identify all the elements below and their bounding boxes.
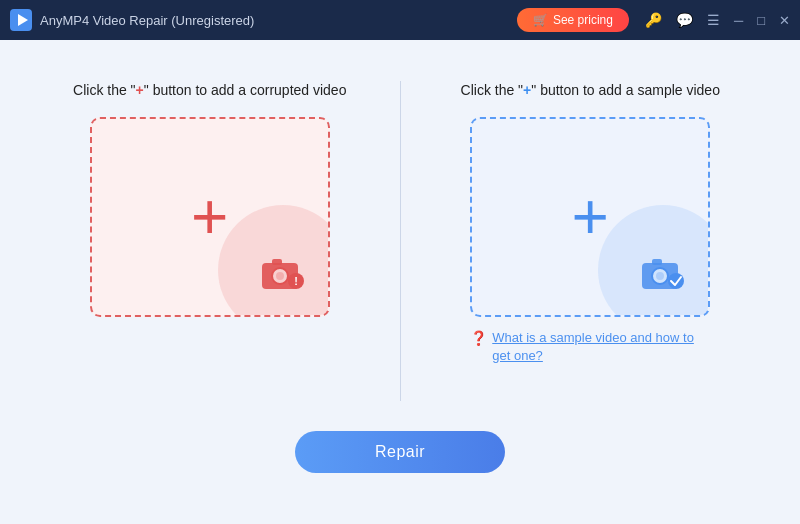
svg-point-10 (656, 272, 664, 280)
chat-icon[interactable]: 💬 (676, 12, 693, 28)
sample-add-icon: + (572, 185, 609, 249)
sample-plus-symbol: + (523, 82, 531, 98)
svg-rect-5 (272, 259, 282, 265)
main-content: Click the "+" button to add a corrupted … (0, 40, 800, 524)
panels-row: Click the "+" button to add a corrupted … (50, 81, 750, 401)
corrupted-camera-icon: ! (258, 251, 310, 297)
svg-text:!: ! (294, 275, 298, 287)
cart-icon: 🛒 (533, 13, 548, 27)
corrupted-upload-box[interactable]: + ! (90, 117, 330, 317)
svg-point-4 (276, 272, 284, 280)
key-icon[interactable]: 🔑 (645, 12, 662, 28)
sample-panel-title: Click the "+" button to add a sample vid… (461, 81, 720, 101)
titlebar-controls: 🔑 💬 ☰ (645, 12, 720, 28)
titlebar: AnyMP4 Video Repair (Unregistered) 🛒 See… (0, 0, 800, 40)
repair-button[interactable]: Repair (295, 431, 505, 473)
help-link[interactable]: What is a sample video and how to get on… (492, 329, 710, 365)
maximize-button[interactable]: □ (757, 13, 765, 28)
corrupted-video-panel: Click the "+" button to add a corrupted … (50, 81, 370, 317)
see-pricing-label: See pricing (553, 13, 613, 27)
corrupted-plus-symbol: + (136, 82, 144, 98)
corrupted-add-icon: + (191, 185, 228, 249)
window-controls: ─ □ ✕ (734, 13, 790, 28)
help-link-container: ❓ What is a sample video and how to get … (470, 329, 710, 365)
corrupted-panel-title: Click the "+" button to add a corrupted … (73, 81, 346, 101)
svg-rect-11 (652, 259, 662, 265)
sample-camera-icon (638, 251, 690, 297)
app-logo (10, 9, 32, 31)
menu-icon[interactable]: ☰ (707, 12, 720, 28)
see-pricing-button[interactable]: 🛒 See pricing (517, 8, 629, 32)
sample-upload-box[interactable]: + (470, 117, 710, 317)
minimize-button[interactable]: ─ (734, 13, 743, 28)
close-button[interactable]: ✕ (779, 13, 790, 28)
help-question-icon: ❓ (470, 330, 487, 346)
sample-video-panel: Click the "+" button to add a sample vid… (431, 81, 751, 365)
panel-divider (400, 81, 401, 401)
app-title: AnyMP4 Video Repair (Unregistered) (40, 13, 517, 28)
